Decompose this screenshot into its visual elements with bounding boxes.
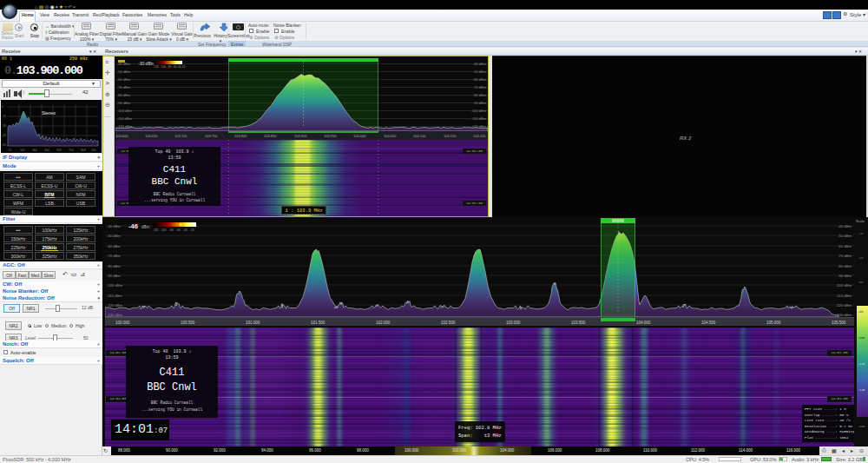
svg-text:-70 dBm: -70 dBm (117, 85, 131, 89)
svg-text:-40 dBm: -40 dBm (838, 224, 852, 228)
svg-text:-40: -40 (183, 228, 187, 232)
svg-text:-70 dBm: -70 dBm (838, 254, 852, 258)
svg-text:3k0: 3k0 (32, 149, 37, 152)
svg-text:-90 dBm: -90 dBm (473, 101, 487, 105)
svg-text:-90 dBm: -90 dBm (107, 274, 121, 278)
svg-text:-100: -100 (161, 65, 166, 69)
svg-text:-120 dBm: -120 dBm (107, 303, 123, 308)
svg-text:0: 0 (2, 105, 3, 109)
svg-text:7k4: 7k4 (69, 149, 74, 152)
svg-text:5k9: 5k9 (56, 149, 62, 152)
svg-text:-40: -40 (177, 65, 181, 69)
svg-text:-30 dBm: -30 dBm (138, 61, 155, 66)
svg-text:-80: -80 (169, 228, 174, 232)
svg-text:-120: -120 (153, 228, 159, 232)
svg-text:15: 15 (8, 149, 11, 152)
svg-text:-60 dBm: -60 dBm (117, 77, 131, 82)
svg-text:Stereo: Stereo (42, 110, 56, 116)
svg-text:10k: 10k (91, 149, 96, 152)
svg-text:-15: -15 (2, 115, 6, 118)
svg-text:-80 dBm: -80 dBm (473, 93, 487, 97)
svg-text:-60: -60 (176, 228, 181, 232)
svg-text:-60 dBm: -60 dBm (107, 244, 121, 248)
svg-text:-50 dBm: -50 dBm (107, 234, 121, 238)
svg-text:-120 dBm: -120 dBm (471, 124, 487, 129)
svg-text:4k4: 4k4 (44, 149, 49, 152)
svg-text:-60 dBm: -60 dBm (473, 77, 487, 82)
svg-text:-46: -46 (128, 222, 138, 230)
svg-text:-110 dBm: -110 dBm (471, 116, 487, 121)
svg-text:-120: -120 (154, 65, 159, 69)
svg-text:-20: -20 (181, 65, 186, 69)
svg-text:-100 dBm: -100 dBm (836, 283, 852, 288)
svg-text:-80 dBm: -80 dBm (838, 264, 852, 268)
svg-text:-100: -100 (161, 228, 167, 232)
svg-text:-80 dBm: -80 dBm (107, 264, 121, 268)
svg-text:-70 dBm: -70 dBm (473, 85, 487, 89)
svg-text:-40 dBm: -40 dBm (107, 224, 121, 228)
svg-text:8k8: 8k8 (81, 149, 86, 152)
svg-text:-40 dBm: -40 dBm (473, 62, 487, 66)
svg-text:-90 dBm: -90 dBm (838, 274, 852, 278)
svg-text:-60: -60 (2, 143, 6, 147)
svg-text:-120 dBm: -120 dBm (117, 124, 133, 129)
svg-text:-100 dBm: -100 dBm (107, 283, 123, 288)
svg-text:-120 dBm: -120 dBm (836, 303, 852, 308)
svg-text:-20: -20 (190, 228, 194, 232)
svg-text:-80 dBm: -80 dBm (117, 93, 131, 97)
svg-text:-100 dBm: -100 dBm (471, 109, 487, 113)
svg-text:-50 dBm: -50 dBm (117, 69, 131, 74)
svg-text:dBm: dBm (141, 225, 150, 229)
svg-text:-100 dBm: -100 dBm (117, 109, 133, 113)
svg-text:1k5: 1k5 (20, 149, 25, 152)
svg-text:-60: -60 (173, 65, 177, 69)
svg-text:-30: -30 (2, 124, 6, 128)
svg-text:-50 dBm: -50 dBm (838, 234, 852, 238)
svg-text:-110 dBm: -110 dBm (836, 294, 852, 298)
svg-text:-50 dBm: -50 dBm (473, 69, 487, 74)
svg-text:-110 dBm: -110 dBm (117, 116, 133, 121)
svg-text:-110 dBm: -110 dBm (107, 294, 122, 298)
svg-text:-70 dBm: -70 dBm (107, 254, 121, 258)
svg-text:-60 dBm: -60 dBm (838, 244, 852, 248)
svg-text:-45: -45 (2, 134, 6, 137)
svg-text:-80: -80 (168, 65, 172, 69)
svg-text:-90 dBm: -90 dBm (117, 101, 131, 105)
